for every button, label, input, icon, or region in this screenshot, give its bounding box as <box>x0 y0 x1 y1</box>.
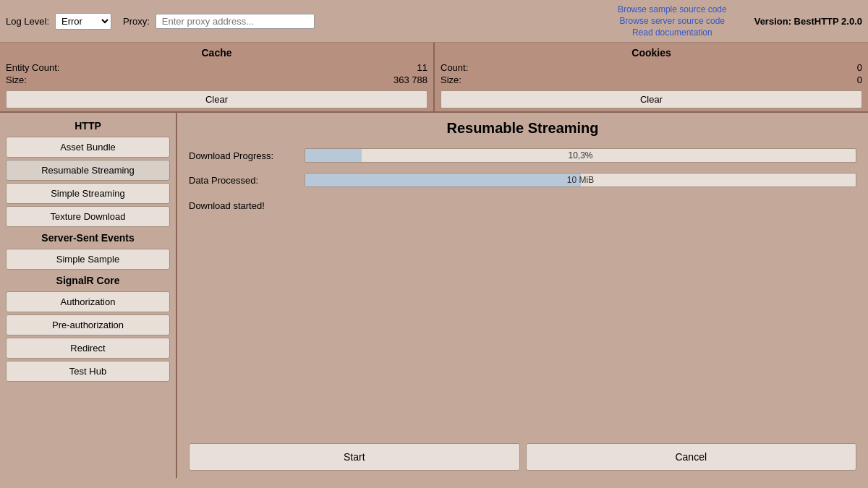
main-content: HTTP Asset Bundle Resumable Streaming Si… <box>0 113 868 478</box>
proxy-input[interactable] <box>156 14 315 29</box>
cookies-size-value: 0 <box>857 74 862 85</box>
cookies-clear-button[interactable]: Clear <box>441 90 862 108</box>
authorization-btn[interactable]: Authorization <box>6 291 170 312</box>
right-panel: Resumable Streaming Download Progress: 1… <box>177 113 868 478</box>
test-hub-btn[interactable]: Test Hub <box>6 361 170 382</box>
data-processed-text: 10 MiB <box>305 174 856 187</box>
resumable-streaming-btn[interactable]: Resumable Streaming <box>6 160 170 181</box>
cache-entity-value: 11 <box>417 62 427 73</box>
simple-streaming-btn[interactable]: Simple Streaming <box>6 183 170 204</box>
sse-section-title: Server-Sent Events <box>6 229 170 247</box>
data-processed-row: Data Processed: 10 MiB <box>189 173 856 187</box>
texture-download-btn[interactable]: Texture Download <box>6 206 170 227</box>
log-level-label: Log Level: <box>6 16 49 27</box>
browse-sample-link[interactable]: Browse sample source code <box>618 4 727 14</box>
download-progress-text: 10,3% <box>305 149 856 162</box>
top-links: Browse sample source code Browse server … <box>618 4 727 38</box>
download-progress-bar: 10,3% <box>305 148 856 163</box>
version-label: Version: BestHTTP 2.0.0 <box>754 16 862 27</box>
panel-title: Resumable Streaming <box>189 120 856 137</box>
cache-size-row: Size: 363 788 <box>6 74 427 86</box>
asset-bundle-btn[interactable]: Asset Bundle <box>6 137 170 158</box>
cookies-size-row: Size: 0 <box>441 74 862 86</box>
bottom-buttons: Start Cancel <box>189 436 856 471</box>
http-section-title: HTTP <box>6 117 170 134</box>
cookies-size-label: Size: <box>441 74 461 85</box>
cache-size-value: 363 788 <box>393 74 427 85</box>
data-processed-bar: 10 MiB <box>305 173 856 187</box>
cookies-count-label: Count: <box>441 62 468 73</box>
info-section: Cache Entity Count: 11 Size: 363 788 Cle… <box>0 43 868 113</box>
cache-title: Cache <box>6 46 427 61</box>
simple-sample-btn[interactable]: Simple Sample <box>6 249 170 270</box>
status-text: Download started! <box>189 200 856 211</box>
pre-authorization-btn[interactable]: Pre-authorization <box>6 314 170 335</box>
redirect-btn[interactable]: Redirect <box>6 338 170 359</box>
data-processed-label: Data Processed: <box>189 175 305 186</box>
sidebar: HTTP Asset Bundle Resumable Streaming Si… <box>0 113 177 478</box>
cookies-title: Cookies <box>441 46 862 61</box>
cache-size-label: Size: <box>6 74 27 85</box>
read-docs-link[interactable]: Read documentation <box>632 27 712 38</box>
cache-panel: Cache Entity Count: 11 Size: 363 788 Cle… <box>0 43 435 111</box>
cache-entity-label: Entity Count: <box>6 62 59 73</box>
cookies-panel: Cookies Count: 0 Size: 0 Clear <box>435 43 868 111</box>
cookies-count-row: Count: 0 <box>441 61 862 74</box>
cookies-count-value: 0 <box>857 62 862 73</box>
signalr-section-title: SignalR Core <box>6 272 170 289</box>
cache-clear-button[interactable]: Clear <box>6 90 427 108</box>
proxy-label: Proxy: <box>123 16 150 27</box>
download-progress-row: Download Progress: 10,3% <box>189 148 856 163</box>
cache-entity-row: Entity Count: 11 <box>6 61 427 74</box>
download-progress-label: Download Progress: <box>189 150 305 161</box>
cancel-button[interactable]: Cancel <box>526 443 857 471</box>
top-bar: Log Level: Error Warning Info Debug Prox… <box>0 0 868 43</box>
log-level-select[interactable]: Error Warning Info Debug <box>55 13 111 30</box>
browse-server-link[interactable]: Browse server source code <box>620 16 725 26</box>
start-button[interactable]: Start <box>189 443 520 471</box>
